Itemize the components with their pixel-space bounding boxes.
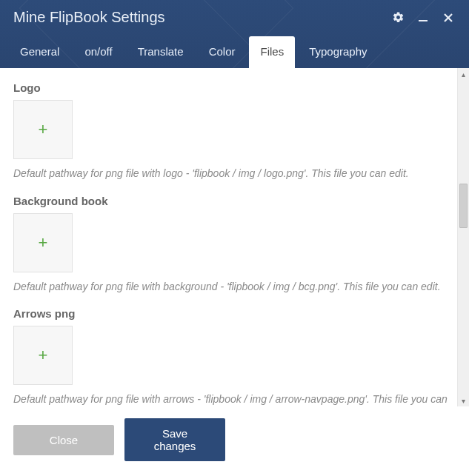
- save-button[interactable]: Save changes: [124, 418, 225, 461]
- scroll-up-arrow-icon[interactable]: ▴: [458, 68, 469, 80]
- header: Mine FlipBook Settings General on/off Tr…: [0, 0, 469, 68]
- content-scroll: Logo + Default pathway for png file with…: [0, 68, 457, 406]
- content-area: Logo + Default pathway for png file with…: [0, 68, 469, 406]
- close-button[interactable]: Close: [13, 425, 114, 455]
- label-logo: Logo: [13, 81, 457, 94]
- minimize-button[interactable]: [416, 10, 430, 25]
- plus-icon: +: [39, 121, 48, 138]
- tab-on-off[interactable]: on/off: [73, 36, 123, 68]
- tabs: General on/off Translate Color Files Typ…: [0, 29, 469, 68]
- tab-translate[interactable]: Translate: [127, 36, 195, 68]
- plus-icon: +: [39, 347, 48, 363]
- hint-arrows: Default pathway for png file with arrows…: [13, 392, 457, 406]
- scroll-down-arrow-icon[interactable]: ▾: [458, 395, 469, 406]
- settings-window: Mine FlipBook Settings General on/off Tr…: [0, 0, 469, 476]
- field-background: Background book + Default pathway for pn…: [13, 195, 457, 295]
- upload-arrows[interactable]: +: [13, 326, 73, 385]
- scrollbar-thumb[interactable]: [459, 184, 468, 228]
- tab-files[interactable]: Files: [249, 36, 295, 68]
- scrollbar[interactable]: ▴ ▾: [457, 68, 469, 406]
- window-title: Mine FlipBook Settings: [13, 9, 165, 26]
- plus-icon: +: [39, 235, 48, 251]
- field-arrows: Arrows png + Default pathway for png fil…: [13, 307, 457, 406]
- close-icon[interactable]: [441, 10, 456, 25]
- field-logo: Logo + Default pathway for png file with…: [13, 81, 457, 181]
- upload-background[interactable]: +: [13, 213, 73, 272]
- upload-logo[interactable]: +: [13, 100, 73, 159]
- tab-color[interactable]: Color: [198, 36, 247, 68]
- hint-logo: Default pathway for png file with logo -…: [13, 167, 457, 181]
- footer: Close Save changes: [0, 406, 469, 476]
- tab-general[interactable]: General: [9, 36, 70, 68]
- label-background: Background book: [13, 195, 457, 207]
- window-controls: [390, 10, 456, 25]
- label-arrows: Arrows png: [13, 307, 457, 320]
- hint-background: Default pathway for png file with backgr…: [13, 280, 457, 295]
- scrollbar-track[interactable]: [458, 80, 469, 395]
- settings-icon[interactable]: [390, 10, 405, 25]
- svg-rect-0: [419, 20, 428, 21]
- tab-typography[interactable]: Typography: [298, 36, 378, 68]
